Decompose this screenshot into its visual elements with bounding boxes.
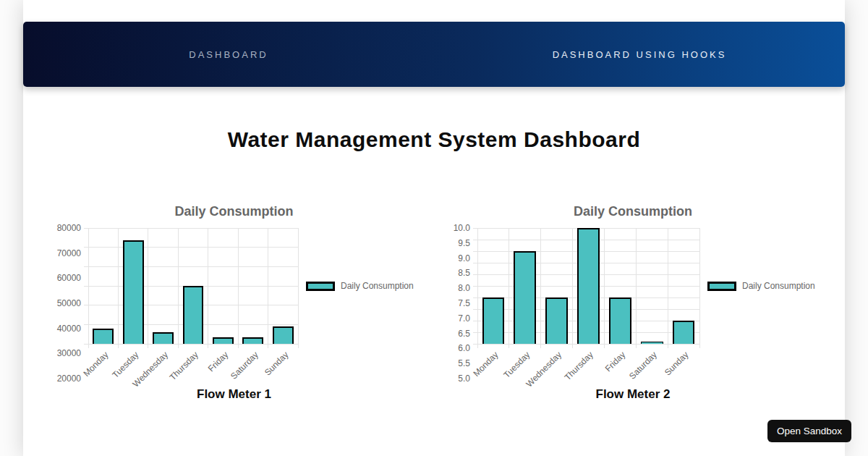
plot-wrap: Daily Consumption MondayTuesdayWednesday… [477, 228, 699, 379]
bar-chart-canvas: 10.09.59.08.58.07.57.06.56.05.55.0 Daily… [456, 228, 810, 379]
nav-link-dashboard-using-hooks[interactable]: DASHBOARD USING HOOKS [434, 49, 845, 60]
legend[interactable]: Daily Consumption [306, 281, 414, 291]
y-tick-label: 8.5 [458, 268, 470, 278]
y-tick-label: 7.5 [458, 298, 470, 308]
x-tick-label: Sunday [663, 350, 691, 378]
y-axis-labels: 80000700006000050000400003000020000 [58, 228, 88, 379]
bar-column [477, 228, 509, 344]
bar-column [118, 228, 148, 344]
plot-area[interactable]: Daily Consumption [477, 228, 699, 344]
y-tick-label: 70000 [57, 248, 81, 258]
bar-column [88, 228, 118, 344]
bar-wednesday[interactable] [153, 332, 174, 344]
nav-link-dashboard[interactable]: DASHBOARD [23, 49, 434, 60]
chart-title: Daily Consumption [456, 204, 810, 219]
bar-tuesday[interactable] [123, 240, 144, 344]
legend[interactable]: Daily Consumption [707, 281, 815, 291]
bar-friday[interactable] [213, 337, 234, 344]
y-tick-label: 9.0 [458, 253, 470, 263]
y-tick-label: 7.0 [458, 313, 470, 324]
y-tick-label: 50000 [57, 298, 81, 308]
bar-sunday[interactable] [273, 326, 294, 344]
flow-meter-1-chart: Daily Consumption 8000070000600005000040… [58, 204, 410, 402]
x-tick-label: Friday [603, 350, 627, 373]
y-tick-label: 80000 [57, 223, 81, 233]
page-title: Water Management System Dashboard [23, 127, 845, 152]
bar-monday[interactable] [482, 297, 505, 344]
flow-meter-2-chart: Daily Consumption 10.09.59.08.58.07.57.0… [456, 204, 810, 402]
bar-friday[interactable] [609, 297, 631, 344]
y-tick-label: 6.0 [458, 343, 470, 353]
y-tick-label: 30000 [57, 348, 81, 358]
charts-row: Daily Consumption 8000070000600005000040… [23, 204, 845, 402]
y-tick-label: 8.0 [458, 283, 470, 293]
y-tick-label: 5.0 [458, 373, 470, 384]
bar-column [604, 228, 636, 344]
bar-saturday[interactable] [242, 337, 263, 344]
bar-column [208, 228, 238, 344]
x-tick-label: Thursday [168, 350, 200, 382]
bar-thursday[interactable] [577, 228, 600, 344]
legend-swatch [306, 282, 335, 291]
chart-title: Daily Consumption [58, 204, 410, 219]
plot-area[interactable]: Daily Consumption [88, 228, 298, 344]
bar-column [178, 228, 208, 344]
x-tick-label: Sunday [262, 350, 290, 378]
bar-chart-canvas: 80000700006000050000400003000020000 Dail… [58, 228, 410, 379]
y-tick-label: 9.5 [458, 238, 470, 248]
x-tick-label: Saturday [627, 350, 659, 381]
y-tick-label: 40000 [57, 324, 81, 334]
legend-swatch [707, 282, 736, 291]
bar-monday[interactable] [93, 329, 114, 344]
bar-column [148, 228, 178, 344]
y-tick-label: 20000 [57, 373, 81, 384]
page-card: DASHBOARD DASHBOARD USING HOOKS Water Ma… [23, 0, 845, 456]
y-tick-label: 10.0 [454, 223, 470, 233]
legend-label: Daily Consumption [742, 281, 815, 291]
navbar: DASHBOARD DASHBOARD USING HOOKS [23, 22, 845, 87]
bar-column [668, 228, 699, 344]
bar-column [268, 228, 298, 344]
y-tick-label: 5.5 [458, 358, 470, 368]
x-tick-label: Thursday [563, 350, 595, 382]
x-axis-labels: MondayTuesdayWednesdayThursdayFridaySatu… [477, 344, 699, 379]
bar-thursday[interactable] [183, 286, 204, 344]
bar-tuesday[interactable] [514, 251, 536, 344]
y-tick-label: 6.5 [458, 329, 470, 339]
x-tick-label: Tuesday [502, 350, 532, 380]
bar-column [541, 228, 573, 344]
x-tick-label: Saturday [229, 350, 260, 381]
chart-footer: Flow Meter 2 [456, 387, 810, 402]
bar-column [573, 228, 605, 344]
bar-column [509, 228, 541, 344]
bar-column [636, 228, 668, 344]
legend-label: Daily Consumption [341, 281, 414, 291]
bar-wednesday[interactable] [545, 297, 568, 344]
bar-sunday[interactable] [673, 321, 695, 344]
x-axis-labels: MondayTuesdayWednesdayThursdayFridaySatu… [88, 344, 298, 379]
chart-footer: Flow Meter 1 [58, 387, 410, 402]
y-tick-label: 60000 [57, 273, 81, 283]
plot-wrap: Daily Consumption MondayTuesdayWednesday… [88, 228, 298, 379]
bar-column [238, 228, 268, 344]
open-sandbox-button[interactable]: Open Sandbox [767, 420, 851, 442]
x-tick-label: Friday [206, 350, 230, 373]
